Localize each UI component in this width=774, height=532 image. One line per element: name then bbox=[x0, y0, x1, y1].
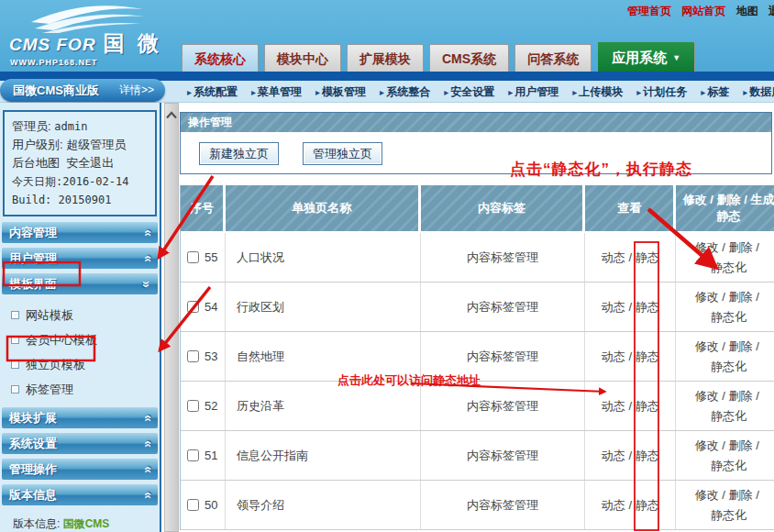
links-line: 后台地图 安全退出 bbox=[12, 154, 148, 172]
content-tag-link[interactable]: 内容标签管理 bbox=[467, 446, 538, 466]
sidebar-section-admin-ops[interactable]: 管理操作 » bbox=[2, 459, 158, 480]
build-number: Build: 20150901 bbox=[12, 191, 148, 209]
sidebar-section-template[interactable]: 模板界面 » bbox=[2, 273, 158, 294]
sidebar-item-member-template[interactable]: 会员中心模板 bbox=[0, 327, 160, 352]
page-name: 信息公开指南 bbox=[226, 431, 421, 480]
dynamic-link[interactable]: 动态 bbox=[602, 495, 625, 515]
row-checkbox[interactable] bbox=[187, 251, 199, 263]
link-site-home[interactable]: 网站首页 bbox=[681, 5, 725, 17]
double-chevron-up-icon: » bbox=[143, 411, 150, 426]
sidebar-section-users[interactable]: 用户管理 » bbox=[2, 248, 158, 269]
subnav-item-security[interactable]: ▸安全设置 bbox=[444, 81, 494, 103]
edit-link[interactable]: 修改 bbox=[695, 386, 719, 406]
square-bullet-icon bbox=[11, 385, 19, 393]
dynamic-link[interactable]: 动态 bbox=[602, 248, 625, 268]
chevron-up-icon[interactable] bbox=[166, 111, 177, 119]
make-static-link[interactable]: 静态化 bbox=[711, 258, 746, 278]
tab-module-center[interactable]: 模块中心 bbox=[264, 44, 341, 72]
dynamic-link[interactable]: 动态 bbox=[602, 396, 625, 416]
sidebar-section-version-info[interactable]: 版本信息 » bbox=[2, 484, 158, 505]
subnav-item-cron-task[interactable]: ▸计划任务 bbox=[636, 81, 687, 103]
tab-extend-module[interactable]: 扩展模块 bbox=[347, 44, 424, 72]
swoosh-logo-icon bbox=[4, 2, 165, 33]
triangle-icon: ▸ bbox=[701, 87, 705, 97]
subnav-item-user-manage[interactable]: ▸用户管理 bbox=[508, 81, 558, 103]
subnav-item-template-manage[interactable]: ▸模板管理 bbox=[315, 81, 366, 103]
sidebar-section-module-extend[interactable]: 模块扩展 » bbox=[2, 407, 158, 428]
delete-link[interactable]: 删除 bbox=[729, 485, 753, 505]
edition-detail-link[interactable]: 详情>> bbox=[119, 83, 165, 98]
edit-link[interactable]: 修改 bbox=[695, 436, 719, 456]
static-link[interactable]: 静态 bbox=[636, 446, 659, 466]
link-sitemap[interactable]: 地图 bbox=[736, 5, 758, 17]
row-checkbox[interactable] bbox=[187, 449, 199, 461]
delete-link[interactable]: 删除 bbox=[729, 287, 753, 307]
delete-link[interactable]: 删除 bbox=[729, 436, 753, 456]
subnav-item-upload-module[interactable]: ▸上传模块 bbox=[572, 81, 623, 103]
static-link[interactable]: 静态 bbox=[636, 248, 659, 268]
edit-link[interactable]: 修改 bbox=[695, 485, 719, 505]
manage-standalone-page-button[interactable]: 管理独立页 bbox=[303, 142, 382, 165]
col-header-tag: 内容标签 bbox=[421, 185, 586, 231]
delete-link[interactable]: 删除 bbox=[729, 337, 753, 357]
level-line: 用户级别: 超级管理员 bbox=[12, 136, 148, 154]
static-link[interactable]: 静态 bbox=[636, 396, 659, 416]
edit-link[interactable]: 修改 bbox=[695, 238, 719, 258]
row-checkbox[interactable] bbox=[187, 400, 199, 412]
safe-logout-link[interactable]: 安全退出 bbox=[66, 156, 114, 170]
table-header-row: 序号 单独页名称 内容标签 查看 修改 / 删除 / 生成静态 bbox=[181, 185, 774, 233]
make-static-link[interactable]: 静态化 bbox=[711, 456, 746, 476]
subnav-item-menu-manage[interactable]: ▸菜单管理 bbox=[251, 81, 302, 103]
tab-system-core[interactable]: 系统核心 bbox=[182, 44, 259, 72]
row-checkbox[interactable] bbox=[187, 499, 199, 511]
link-logout[interactable]: 退出 bbox=[768, 5, 774, 17]
sidebar-item-standalone-template[interactable]: 独立页模板 bbox=[0, 352, 160, 377]
sidebar-section-system-settings[interactable]: 系统设置 » bbox=[2, 433, 158, 454]
make-static-link[interactable]: 静态化 bbox=[711, 357, 746, 377]
make-static-link[interactable]: 静态化 bbox=[711, 505, 746, 526]
make-static-link[interactable]: 静态化 bbox=[711, 406, 746, 427]
triangle-icon: ▸ bbox=[251, 87, 256, 97]
version-block: 版本信息: 国微CMS 升级专区: 进入升级>> bbox=[0, 510, 160, 532]
delete-link[interactable]: 删除 bbox=[729, 386, 753, 406]
tab-qa-system[interactable]: 问答系统 bbox=[514, 44, 592, 72]
content-tag-link[interactable]: 内容标签管理 bbox=[467, 495, 538, 515]
triangle-icon: ▸ bbox=[508, 87, 513, 97]
double-chevron-up-icon: » bbox=[143, 462, 150, 477]
content-tag-link[interactable]: 内容标签管理 bbox=[467, 248, 538, 268]
edit-link[interactable]: 修改 bbox=[695, 337, 719, 357]
backend-map-link[interactable]: 后台地图 bbox=[12, 156, 60, 170]
sidebar-item-site-template[interactable]: 网站模板 bbox=[0, 303, 160, 327]
tab-cms-system[interactable]: CMS系统 bbox=[429, 44, 509, 72]
triangle-icon: ▸ bbox=[315, 87, 320, 97]
dynamic-link[interactable]: 动态 bbox=[602, 297, 625, 317]
admin-line: 管理员: admin bbox=[12, 117, 148, 136]
version-product: 国微CMS bbox=[63, 517, 110, 530]
col-header-view: 查看 bbox=[585, 185, 676, 231]
dynamic-link[interactable]: 动态 bbox=[602, 347, 625, 367]
static-link[interactable]: 静态 bbox=[636, 347, 659, 367]
subnav-item-tags[interactable]: ▸标签 bbox=[701, 81, 729, 103]
row-checkbox[interactable] bbox=[187, 350, 199, 362]
sidebar-section-content[interactable]: 内容管理 » bbox=[2, 222, 158, 243]
delete-link[interactable]: 删除 bbox=[729, 238, 753, 258]
new-standalone-page-button[interactable]: 新建独立页 bbox=[199, 142, 279, 165]
edition-badge[interactable]: 国微CMS商业版 详情>> bbox=[0, 79, 165, 102]
row-checkbox[interactable] bbox=[187, 301, 199, 313]
sidebar-item-tag-manage[interactable]: 标签管理 bbox=[0, 377, 160, 402]
edit-link[interactable]: 修改 bbox=[695, 287, 719, 307]
subnav-item-system-config[interactable]: ▸系统配置 bbox=[187, 81, 238, 103]
link-admin-home[interactable]: 管理首页 bbox=[627, 5, 671, 17]
make-static-link[interactable]: 静态化 bbox=[711, 307, 746, 327]
static-link[interactable]: 静态 bbox=[636, 297, 659, 317]
content-tag-link[interactable]: 内容标签管理 bbox=[467, 396, 538, 416]
triangle-icon: ▸ bbox=[187, 87, 192, 97]
dynamic-link[interactable]: 动态 bbox=[602, 446, 625, 466]
subnav-item-system-integrate[interactable]: ▸系统整合 bbox=[380, 81, 430, 103]
content-tag-link[interactable]: 内容标签管理 bbox=[467, 347, 538, 367]
sidebar-scrollbar[interactable] bbox=[164, 103, 179, 532]
static-link[interactable]: 静态 bbox=[636, 495, 659, 515]
tab-app-system[interactable]: 应用系统▼ bbox=[597, 41, 695, 72]
subnav-item-database[interactable]: ▸数据库 bbox=[743, 81, 774, 103]
content-tag-link[interactable]: 内容标签管理 bbox=[467, 297, 538, 317]
